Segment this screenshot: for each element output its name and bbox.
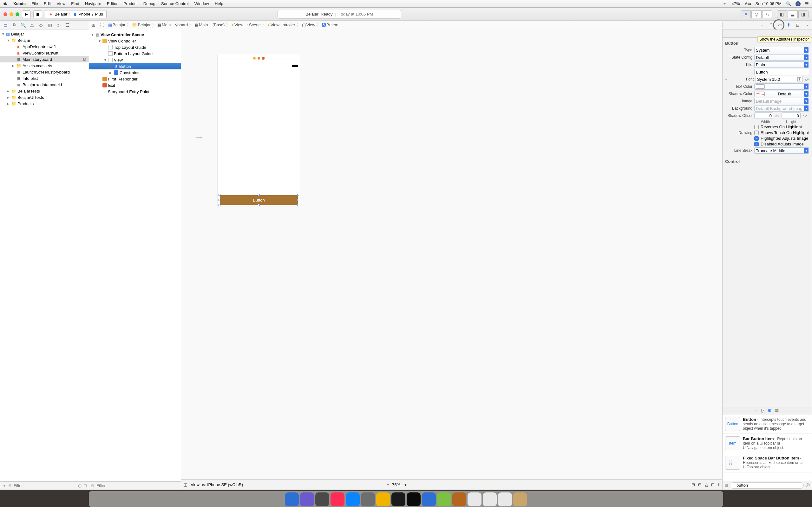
add-button[interactable]: ＋ — [2, 483, 6, 489]
image-dropdown[interactable]: Default Image — [754, 98, 809, 104]
jump-bar[interactable]: ⊞ 〈 〉 ▦ Belajar〉 📁 Belajar〉 ▦ Main....yb… — [89, 20, 722, 30]
menu-debug[interactable]: Debug — [143, 1, 155, 6]
window-zoom-button[interactable] — [15, 12, 19, 16]
file-template-lib-icon[interactable]: ▫ — [756, 408, 757, 412]
media-lib-icon[interactable]: ▦ — [775, 408, 779, 412]
view-as-label[interactable]: View as: iPhone SE (wC hR) — [191, 482, 243, 487]
offset-height-input[interactable]: 0 — [781, 112, 801, 119]
menu-file[interactable]: File — [32, 1, 38, 6]
dock-app-icon[interactable] — [361, 493, 375, 506]
forward-button[interactable]: 〉 — [102, 22, 107, 27]
file-inspector-icon[interactable]: ▫ — [760, 22, 765, 27]
outline-item[interactable]: ▼ View — [89, 57, 181, 63]
nav-item[interactable]: Belajar.xcdatamodeld — [0, 81, 89, 88]
jump-seg[interactable]: View...r Scene — [235, 22, 261, 27]
menu-edit[interactable]: Edit — [44, 1, 51, 6]
offset-width-input[interactable]: 0 — [754, 112, 773, 119]
scheme-selector[interactable]: 🔺 Belajar 〉 ▮ iPhone 7 Plus — [45, 10, 107, 18]
highlighted-checkbox[interactable]: ✓ — [754, 136, 759, 141]
toggle-utilities-button[interactable]: ◨ — [798, 10, 809, 18]
nav-item[interactable]: ViewController.swift — [0, 50, 89, 56]
dock-app-icon[interactable] — [437, 493, 451, 506]
library-item[interactable]: ┊┊┊┊Fixed Space Bar Button Item - Repres… — [722, 453, 812, 472]
menu-editor[interactable]: Editor — [107, 1, 118, 6]
outline-item[interactable]: Bottom Layout Guide — [89, 50, 181, 57]
title-input[interactable]: Button — [754, 69, 809, 75]
window-close-button[interactable] — [3, 12, 7, 16]
bg-dropdown[interactable]: Default Background Imag — [754, 105, 809, 112]
stepper[interactable]: ▵▿ — [775, 113, 780, 118]
dock-app-icon[interactable] — [392, 493, 405, 506]
dock-app-icon[interactable] — [467, 493, 481, 506]
dock-app-icon[interactable] — [376, 493, 390, 506]
pin-tool-icon[interactable]: ⊟ — [698, 482, 702, 487]
nav-item[interactable]: Main.storyboardM — [0, 56, 89, 62]
shows-touch-checkbox[interactable] — [754, 130, 759, 135]
jump-seg[interactable]: Belajar — [138, 22, 150, 27]
outline-filter-input[interactable] — [96, 483, 179, 488]
identity-inspector-icon[interactable]: ▭ — [777, 22, 782, 27]
menu-product[interactable]: Product — [123, 1, 138, 6]
notification-center-icon[interactable]: ☰ — [805, 1, 809, 6]
quick-help-icon[interactable]: ? — [768, 22, 774, 27]
nav-item[interactable]: LaunchScreen.storyboard — [0, 69, 89, 75]
find-navigator-icon[interactable]: 🔍 — [20, 22, 26, 27]
dock-app-icon[interactable] — [331, 493, 345, 506]
dock-app-icon[interactable] — [346, 493, 360, 506]
clear-search-icon[interactable]: ⓧ — [806, 483, 810, 488]
menu-navigate[interactable]: Navigate — [85, 1, 101, 6]
lib-view-toggle-icon[interactable]: ⊞ — [724, 483, 728, 488]
attributes-inspector-icon[interactable]: ⬇ — [786, 22, 792, 27]
standard-editor-button[interactable]: ≡ — [741, 10, 751, 18]
embed-tool-icon[interactable]: ⊡ — [711, 482, 715, 487]
library-item[interactable]: ItemBar Button Item - Represents an item… — [722, 434, 812, 453]
canvas-button-element[interactable]: Button — [220, 195, 298, 205]
dock-app-icon[interactable] — [483, 493, 497, 506]
font-input[interactable]: System 15.0T — [756, 76, 803, 82]
clock[interactable]: Sun 10:06 PM — [756, 1, 781, 6]
jump-seg[interactable]: Main....(Base) — [199, 22, 224, 27]
dock-app-icon[interactable] — [452, 493, 466, 506]
dock-app-icon[interactable] — [407, 493, 420, 506]
related-items-icon[interactable]: ⊞ — [91, 22, 96, 27]
outline-item[interactable]: First Responder — [89, 76, 181, 82]
outline-item[interactable]: Exit — [89, 82, 181, 89]
zoom-out-button[interactable]: − — [387, 482, 389, 487]
version-editor-button[interactable]: ⇆ — [762, 10, 772, 18]
outline-item[interactable]: → Storyboard Entry Point — [89, 89, 181, 95]
outline-item[interactable]: Top Layout Guide — [89, 44, 181, 50]
library-search-input[interactable] — [730, 482, 804, 489]
dock-app-icon[interactable] — [285, 493, 299, 506]
dock-app-icon[interactable] — [513, 493, 527, 506]
font-stepper[interactable]: ▵▿ — [805, 77, 809, 82]
zoom-in-button[interactable]: ＋ — [403, 482, 408, 488]
nav-item[interactable]: ▼Belajar — [0, 37, 89, 43]
align-tool-icon[interactable]: ⊞ — [692, 482, 695, 487]
reverses-checkbox[interactable] — [754, 125, 759, 129]
symbol-navigator-icon[interactable]: ⧉ — [12, 22, 17, 27]
jump-seg[interactable]: View...ntroller — [270, 22, 295, 27]
wifi-icon[interactable]: ᯤ — [723, 1, 727, 6]
jump-seg[interactable]: Belajar — [113, 22, 125, 27]
add-font-button[interactable]: + — [725, 77, 729, 82]
issue-navigator-icon[interactable]: ⚠ — [30, 22, 35, 27]
nav-item[interactable]: ▶BelajarUITests — [0, 94, 89, 101]
scm-filter-icon[interactable]: ⊡ — [84, 483, 87, 488]
siri-icon[interactable] — [796, 1, 801, 6]
outline-item[interactable]: ▶B Button — [89, 63, 181, 69]
navigator-filter-input[interactable] — [14, 483, 76, 488]
nav-item[interactable]: ▶Products — [0, 101, 89, 107]
type-dropdown[interactable]: System — [754, 47, 809, 53]
library-item[interactable]: ButtonButton - Intercepts touch events a… — [722, 414, 812, 434]
outline-item[interactable]: ▼ View Controller — [89, 38, 181, 44]
menu-app[interactable]: Xcode — [13, 1, 26, 6]
textcolor-dropdown[interactable] — [754, 83, 809, 90]
window-minimize-button[interactable] — [9, 12, 13, 16]
run-button[interactable]: ▶ — [22, 10, 31, 18]
test-navigator-icon[interactable]: ◇ — [38, 22, 44, 27]
menu-window[interactable]: Window — [194, 1, 209, 6]
nav-item[interactable]: AppDelegate.swift — [0, 43, 89, 50]
menu-view[interactable]: View — [56, 1, 65, 6]
stepper[interactable]: ▵▿ — [803, 113, 807, 118]
dock-app-icon[interactable] — [315, 493, 329, 506]
